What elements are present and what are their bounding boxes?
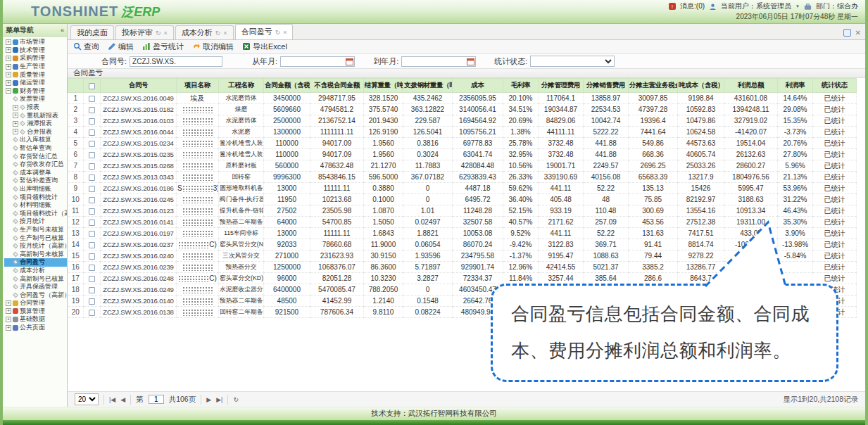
row-checkbox[interactable] [89, 107, 95, 113]
sidebar-item-出入库核算[interactable]: 出入库核算 [4, 136, 67, 144]
sidebar-item-暂估补差查询[interactable]: 暂估补差查询 [4, 177, 67, 185]
sidebar-item-出库明细账[interactable]: 出库明细账 [4, 185, 67, 194]
tree-expander-icon[interactable]: + [6, 72, 11, 77]
sidebar-item-储运管理[interactable]: +储运管理 [4, 79, 67, 87]
sidebar-item-采购管理[interactable]: +采购管理 [4, 54, 67, 63]
tab-合同盈亏[interactable]: 合同盈亏↻× [235, 24, 294, 39]
table-row[interactable]: 6ZCZJ.SW.XS.2015.0235篦冷机堆雪人装置11000094017… [68, 149, 857, 160]
prev-page-icon[interactable]: ◀ [120, 396, 125, 403]
last-page-icon[interactable]: ▶| [216, 396, 222, 403]
sidebar-item-质量管理[interactable]: +质量管理 [4, 70, 67, 79]
row-checkbox[interactable] [89, 208, 95, 215]
tab-投标评审[interactable]: 投标评审↻× [115, 25, 174, 39]
sidebar-item-项目领料统计（高[interactable]: 项目领料统计（高 [4, 209, 67, 217]
table-row[interactable]: 1ZCZJ.SW.XS.2016.0049埃及水泥磨筒体345000029487… [68, 93, 857, 104]
sidebar-item-开具保函管理[interactable]: 开具保函管理 [4, 283, 67, 291]
refresh-icon[interactable]: ↻ [233, 396, 239, 403]
tree-expander-icon[interactable]: + [6, 325, 11, 331]
excel-button[interactable]: 导出Excel [242, 42, 287, 52]
page-size-select[interactable]: 20 [75, 393, 99, 405]
table-row[interactable]: 7ZCZJ.SW.XS.2015.0268原料磨衬板560000478632.4… [68, 160, 857, 172]
tree-expander-icon[interactable]: − [6, 88, 11, 94]
row-checkbox[interactable] [89, 197, 95, 203]
row-checkbox[interactable] [89, 163, 95, 170]
sidebar-item-生产管理[interactable]: +生产管理 [4, 63, 67, 71]
table-row[interactable]: 4ZCZJ.SW.XS.2016.0044水泥磨13000001111111.1… [68, 127, 857, 138]
page-number-input[interactable] [149, 395, 164, 404]
status-select[interactable] [530, 56, 615, 67]
sidebar-item-市场管理[interactable]: +市场管理 [4, 38, 67, 46]
sidebar-item-合同管理[interactable]: +合同管理 [4, 299, 67, 307]
calendar-icon[interactable] [346, 58, 353, 65]
restore-layout-icon[interactable] [843, 29, 851, 37]
sidebar-item-成本分析[interactable]: 成本分析 [4, 267, 67, 275]
sidebar-item-成本调整单[interactable]: 成本调整单 [4, 169, 67, 177]
sidebar-item-材料明细账[interactable]: 材料明细账 [4, 201, 67, 210]
sidebar-item-报表[interactable]: +报表 [4, 103, 67, 112]
sidebar-item-高新制号未核算[interactable]: 高新制号未核算 [4, 250, 67, 258]
tree-expander-icon[interactable]: + [13, 129, 18, 134]
sidebar-item-按月统计[interactable]: 按月统计 [4, 217, 67, 226]
table-row[interactable]: 9ZCZJ.SW.XS.2016.0186S3)圆形堆取料机备件13000111… [68, 183, 857, 194]
row-checkbox[interactable] [89, 287, 95, 293]
tree-expander-icon[interactable]: + [6, 47, 11, 53]
tree-expander-icon[interactable]: + [6, 80, 11, 86]
row-checkbox[interactable] [89, 242, 95, 248]
first-page-icon[interactable]: |◀ [109, 396, 115, 403]
sidebar-item-合同盈亏[interactable]: 合同盈亏 [4, 258, 67, 267]
tree-expander-icon[interactable]: + [13, 113, 18, 118]
tree-expander-icon[interactable]: + [6, 308, 11, 314]
table-row[interactable]: 8ZCZJ.SW.XS.2013.0343回转窑99963008543846.1… [68, 172, 857, 183]
tab-close-icon[interactable]: × [283, 29, 287, 36]
sidebar-item-存货收发存汇总[interactable]: 存货收发存汇总 [4, 160, 67, 169]
sidebar-item-预算管理[interactable]: +预算管理 [4, 307, 67, 316]
sidebar-item-发票管理[interactable]: 发票管理 [4, 95, 67, 103]
search-button[interactable]: 查询 [73, 42, 99, 52]
sidebar-item-重机新报表[interactable]: +重机新报表 [4, 111, 67, 120]
sidebar-item-基础数据[interactable]: +基础数据 [4, 315, 67, 324]
table-row[interactable]: 2ZCZJ.SW.XS.2015.0182煤磨56096604794581.23… [68, 104, 857, 115]
row-checkbox[interactable] [89, 118, 95, 125]
sidebar-collapse-icon[interactable]: « [61, 27, 64, 34]
tree-expander-icon[interactable]: + [6, 64, 11, 70]
to-month-input[interactable] [401, 56, 476, 67]
calendar-icon[interactable] [467, 58, 474, 65]
row-checkbox[interactable] [89, 129, 95, 136]
sidebar-item-高新制号已核算[interactable]: 高新制号已核算 [4, 274, 67, 283]
row-checkbox[interactable] [89, 220, 95, 226]
table-row[interactable]: 10ZCZJ.SW.XS.2016.0245阀门备件-执行器(111950102… [68, 194, 857, 205]
tree-expander-icon[interactable]: + [13, 105, 18, 110]
current-user-label[interactable]: 当前用户：系统管理员 [721, 1, 791, 11]
table-row[interactable]: 5ZCZJ.SW.XS.2015.0234篦冷机堆雪人装置11000094017… [68, 138, 857, 149]
table-row[interactable]: 11ZCZJ.SW.XS.2016.0123提升机备件-链轮轴275022350… [68, 205, 857, 217]
row-checkbox[interactable] [89, 141, 95, 147]
from-month-input[interactable] [280, 56, 355, 67]
sidebar-item-生产制号已核算[interactable]: 生产制号已核算 [4, 234, 67, 242]
sidebar-item-存货暂估汇总[interactable]: 存货暂估汇总 [4, 152, 67, 160]
tab-close-icon[interactable]: × [164, 30, 168, 37]
tree-expander-icon[interactable]: + [6, 39, 11, 45]
row-checkbox[interactable] [89, 231, 95, 237]
row-checkbox[interactable] [89, 152, 95, 158]
sidebar-item-财务管理[interactable]: −财务管理 [4, 87, 67, 96]
table-row[interactable]: 3ZCZJ.SW.XS.2016.0103水泥磨筒体25000002136752… [68, 115, 857, 127]
chevron-down-icon[interactable]: ▼ [795, 4, 800, 8]
tab-成本分析[interactable]: 成本分析↻× [175, 25, 234, 39]
tab-refresh-icon[interactable]: ↻ [215, 30, 221, 37]
select-all-checkbox[interactable] [89, 83, 95, 89]
tab-refresh-icon[interactable]: ↻ [156, 30, 161, 37]
contract-no-input[interactable] [130, 56, 222, 67]
sidebar-item-生产制号未核算[interactable]: 生产制号未核算 [4, 226, 67, 234]
sidebar-item-项目领料统计[interactable]: 项目领料统计 [4, 193, 67, 201]
tree-expander-icon[interactable]: + [6, 300, 11, 306]
cancel-button[interactable]: 取消编辑 [192, 42, 234, 52]
tree-expander-icon[interactable]: + [6, 56, 11, 61]
stats-button[interactable]: 盈亏统计 [142, 42, 184, 52]
sidebar-item-按月统计（高新）[interactable]: 按月统计（高新） [4, 242, 67, 250]
row-checkbox[interactable] [89, 253, 95, 260]
tab-close-icon[interactable]: × [223, 30, 227, 37]
tab-refresh-icon[interactable]: ↻ [275, 29, 281, 36]
sidebar-item-合同盈亏（高新）[interactable]: 合同盈亏（高新） [4, 291, 67, 299]
tree-expander-icon[interactable]: + [6, 317, 11, 322]
sidebar-item-技术管理[interactable]: +技术管理 [4, 46, 67, 55]
